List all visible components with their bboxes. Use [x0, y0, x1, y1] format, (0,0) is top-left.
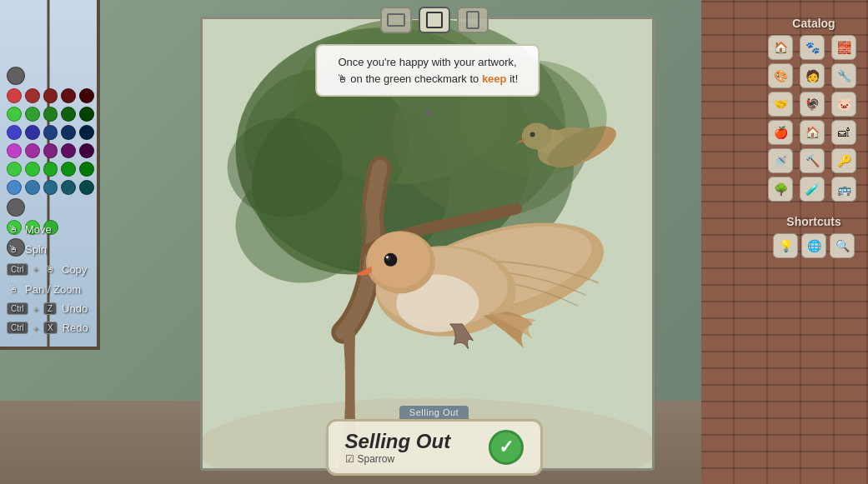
- move-icon: 🖱: [7, 222, 20, 236]
- instruction-tooltip: Once you're happy with your artwork, 🖱 o…: [315, 44, 540, 97]
- color-swatch[interactable]: [7, 180, 22, 195]
- color-swatch[interactable]: [25, 88, 40, 103]
- color-swatch[interactable]: [25, 125, 40, 140]
- color-swatch[interactable]: [43, 180, 58, 195]
- color-swatch[interactable]: [7, 88, 22, 103]
- color-swatch[interactable]: [79, 180, 94, 195]
- catalog-hammer-button[interactable]: 🔨: [800, 148, 825, 173]
- catalog-person-button[interactable]: 🧑: [800, 63, 825, 88]
- selling-banner: Selling Out Selling Out ☑ Sparrow ✓: [326, 406, 543, 476]
- catalog-handshake-button[interactable]: 🤝: [768, 92, 793, 117]
- instruction-text-after: it!: [509, 72, 518, 85]
- left-controls: 🖱 Move 🖱 Spin Ctrl + 🖱 Copy 🖱 Pan / Zoom…: [7, 222, 88, 334]
- color-swatch[interactable]: [79, 125, 94, 140]
- catalog-tree-button[interactable]: 🌳: [768, 177, 793, 202]
- spin-control: 🖱 Spin: [7, 242, 88, 256]
- portrait-frame-button[interactable]: [457, 7, 489, 33]
- instruction-text-before: Once you're happy with your artwork,: [338, 56, 516, 68]
- catalog-pets-button[interactable]: 🐾: [800, 35, 825, 60]
- instruction-text-middle: on the green checkmark to: [350, 72, 482, 85]
- color-swatch[interactable]: [61, 143, 76, 158]
- confirm-checkmark-button[interactable]: ✓: [489, 430, 524, 465]
- svg-rect-2: [467, 12, 479, 28]
- undo-plus: +: [33, 304, 38, 314]
- color-swatch[interactable]: [79, 162, 94, 177]
- copy-plus: +: [33, 264, 38, 274]
- catalog-tools-button[interactable]: 🔧: [831, 63, 856, 88]
- catalog-building-button[interactable]: 🧱: [831, 35, 856, 60]
- color-swatch[interactable]: [7, 143, 22, 158]
- shortcut-search-button[interactable]: 🔍: [830, 233, 855, 258]
- color-swatch[interactable]: [79, 88, 94, 103]
- landscape-frame-button[interactable]: [380, 7, 412, 33]
- catalog-apple-button[interactable]: 🍎: [768, 120, 793, 145]
- shortcut-globe-button[interactable]: 🌐: [801, 233, 826, 258]
- color-swatch[interactable]: [61, 162, 76, 177]
- color-swatch[interactable]: [61, 125, 76, 140]
- color-swatch[interactable]: [61, 107, 76, 122]
- catalog-shower-button[interactable]: 🚿: [768, 148, 793, 173]
- color-swatch[interactable]: [25, 143, 40, 158]
- move-label: Move: [25, 223, 52, 236]
- color-swatch[interactable]: [7, 162, 22, 177]
- main-canvas: Once you're happy with your artwork, 🖱 o…: [200, 17, 655, 471]
- color-swatch[interactable]: [43, 162, 58, 177]
- color-swatch[interactable]: [25, 162, 40, 177]
- square-frame-button[interactable]: [419, 7, 450, 33]
- redo-kbd-ctrl: Ctrl: [7, 322, 28, 334]
- canvas-indicator-dot: [424, 109, 431, 116]
- svg-point-29: [228, 118, 343, 217]
- shortcuts-title: Shortcuts: [768, 215, 860, 228]
- svg-rect-0: [388, 14, 404, 26]
- catalog-art-button[interactable]: 🎨: [768, 63, 793, 88]
- shortcuts-row: 💡 🌐 🔍: [768, 233, 860, 258]
- catalog-turkey-button[interactable]: 🦃: [800, 92, 825, 117]
- shortcut-lightbulb-button[interactable]: 💡: [773, 233, 798, 258]
- selling-text-block: Selling Out ☑ Sparrow: [345, 430, 475, 465]
- color-swatch[interactable]: [43, 143, 58, 158]
- move-control: 🖱 Move: [7, 222, 88, 236]
- pan-zoom-icon: 🖱: [7, 282, 20, 296]
- redo-plus: +: [33, 323, 38, 333]
- catalog-house-button[interactable]: 🏠: [800, 120, 825, 145]
- frame-toolbar: [380, 7, 489, 33]
- catalog-bus-button[interactable]: 🚌: [831, 177, 856, 202]
- spin-label: Spin: [25, 243, 47, 256]
- undo-kbd-ctrl: Ctrl: [7, 302, 28, 315]
- selling-subtitle: ☑ Sparrow: [345, 453, 475, 465]
- selling-out-badge: Selling Out: [399, 406, 469, 419]
- color-swatch[interactable]: [43, 125, 58, 140]
- instruction-keep-word: keep: [482, 72, 507, 85]
- color-swatch[interactable]: [79, 143, 94, 158]
- copy-control: Ctrl + 🖱 Copy: [7, 262, 88, 276]
- catalog-key-button[interactable]: 🔑: [831, 148, 856, 173]
- redo-label: Redo: [63, 322, 88, 334]
- svg-point-18: [368, 232, 430, 287]
- color-swatch[interactable]: [7, 107, 22, 122]
- undo-kbd-z: Z: [43, 302, 57, 315]
- catalog-chemistry-button[interactable]: 🧪: [800, 177, 825, 202]
- selling-card: Selling Out ☑ Sparrow ✓: [326, 419, 543, 476]
- selling-title: Selling Out: [345, 430, 475, 453]
- catalog-grid: 🏠 🐾 🧱 🎨 🧑 🔧 🤝 🦃 🐷 🍎 🏠 🛋 🚿 🔨 🔑 🌳 🧪 🚌: [768, 35, 860, 202]
- color-swatch[interactable]: [25, 180, 40, 195]
- pan-zoom-control: 🖱 Pan / Zoom: [7, 282, 88, 296]
- copy-kbd-ctrl: Ctrl: [7, 263, 28, 276]
- color-swatch[interactable]: [43, 107, 58, 122]
- catalog-pig-button[interactable]: 🐷: [831, 92, 856, 117]
- selling-species-label: Sparrow: [358, 453, 395, 465]
- copy-icon: 🖱: [43, 262, 57, 276]
- undo-label: Undo: [62, 302, 88, 315]
- catalog-home-button[interactable]: 🏠: [768, 35, 793, 60]
- color-swatch[interactable]: [7, 67, 25, 85]
- color-swatch[interactable]: [7, 198, 25, 217]
- color-swatch[interactable]: [61, 180, 76, 195]
- color-swatch[interactable]: [61, 88, 76, 103]
- catalog-sofa-button[interactable]: 🛋: [831, 120, 856, 145]
- selling-check-mark: ☑: [345, 453, 354, 465]
- color-swatch[interactable]: [79, 107, 94, 122]
- color-swatch[interactable]: [43, 88, 58, 103]
- color-swatch[interactable]: [25, 107, 40, 122]
- svg-point-19: [384, 253, 398, 267]
- color-swatch[interactable]: [7, 125, 22, 140]
